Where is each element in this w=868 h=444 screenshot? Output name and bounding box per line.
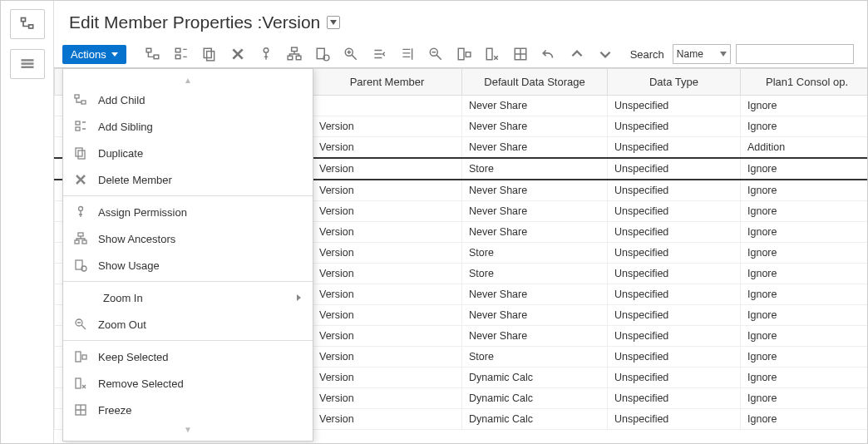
svg-rect-26 [75, 95, 79, 98]
svg-rect-40 [82, 355, 86, 359]
menu-item-delete-member[interactable]: Delete Member [63, 166, 313, 193]
page-title: Edit Member Properties :Version [69, 12, 320, 32]
datatype-cell: Unspecified [608, 96, 741, 116]
parent-member-cell: Version [313, 222, 462, 243]
menu-separator [63, 281, 313, 282]
menu-item-label: Zoom In [103, 292, 287, 304]
datatype-cell: Unspecified [608, 243, 741, 264]
title-dropdown-icon[interactable] [327, 16, 340, 29]
undo-icon[interactable] [540, 45, 558, 63]
consol-cell: Ignore [741, 222, 868, 243]
left-rail [1, 1, 54, 443]
menu-item-zoom-out[interactable]: Zoom Out [63, 311, 313, 338]
col-data-type[interactable]: Data Type [608, 69, 741, 96]
svg-rect-31 [78, 150, 85, 159]
menu-item-assign-permission[interactable]: Assign Permission [63, 199, 313, 225]
consol-cell: Addition [741, 137, 868, 159]
add-sibling-icon [73, 119, 88, 134]
parent-member-cell: Version [313, 243, 462, 264]
menu-item-duplicate[interactable]: Duplicate [63, 140, 313, 166]
menu-separator [63, 340, 313, 341]
menu-scroll-down-icon[interactable]: ▼ [63, 423, 313, 436]
svg-rect-34 [75, 240, 79, 244]
menu-item-add-sibling[interactable]: Add Sibling [63, 113, 313, 140]
storage-cell: Never Share [462, 326, 608, 347]
freeze-icon[interactable] [511, 45, 530, 63]
menu-item-label: Freeze [98, 404, 301, 417]
consol-cell: Ignore [741, 326, 868, 347]
actions-button[interactable]: Actions [62, 45, 126, 64]
storage-cell: Never Share [462, 96, 608, 116]
svg-rect-29 [76, 127, 80, 131]
duplicate-icon[interactable] [200, 45, 219, 63]
svg-marker-5 [330, 20, 337, 25]
svg-rect-2 [21, 59, 33, 62]
menu-separator [63, 195, 313, 196]
svg-rect-4 [21, 67, 33, 69]
menu-item-add-child[interactable]: Add Child [63, 86, 313, 113]
search-field-value: Name [677, 48, 703, 60]
svg-rect-28 [76, 121, 80, 125]
assign-perm-icon [73, 205, 88, 220]
keep-selected-icon[interactable] [455, 45, 473, 63]
parent-member-cell: Version [313, 347, 462, 368]
zoom-all-icon[interactable] [398, 45, 417, 63]
actions-menu: ▲ Add ChildAdd SiblingDuplicateDelete Me… [62, 68, 313, 442]
rail-tree-icon[interactable] [10, 9, 45, 39]
col-consol-op[interactable]: Plan1 Consol op. [741, 69, 868, 96]
parent-member-cell: Version [313, 201, 462, 222]
menu-scroll-up-icon[interactable]: ▲ [63, 74, 313, 86]
datatype-cell: Unspecified [608, 368, 741, 388]
menu-item-label: Zoom Out [98, 318, 301, 331]
search-field-select[interactable]: Name [673, 44, 731, 64]
storage-cell: Never Share [462, 305, 608, 326]
consol-cell: Ignore [741, 180, 868, 201]
datatype-cell: Unspecified [608, 222, 741, 243]
storage-cell: Never Share [462, 137, 608, 159]
rail-list-icon[interactable] [10, 49, 45, 79]
col-parent-member[interactable]: Parent Member [313, 69, 462, 96]
menu-item-show-usage[interactable]: Show Usage [63, 252, 313, 279]
svg-point-12 [264, 48, 269, 53]
menu-item-label: Add Sibling [98, 121, 301, 133]
page-header: Edit Member Properties :Version [54, 1, 867, 41]
zoom-in-icon[interactable] [342, 45, 360, 63]
delete-icon[interactable] [229, 45, 247, 63]
col-default-storage[interactable]: Default Data Storage [462, 69, 608, 96]
add-child-icon[interactable] [144, 45, 162, 63]
datatype-cell: Unspecified [608, 284, 741, 305]
menu-item-zoom-in[interactable]: Zoom In [63, 284, 313, 311]
storage-cell: Store [462, 347, 608, 368]
assign-perm-icon[interactable] [257, 45, 275, 63]
consol-cell: Ignore [741, 201, 868, 222]
parent-member-cell: Version [313, 180, 462, 201]
add-child-icon [73, 92, 88, 107]
menu-item-show-ancestors[interactable]: Show Ancestors [63, 225, 313, 252]
zoom-in-next-icon[interactable] [370, 45, 388, 63]
remove-selected-icon[interactable] [483, 45, 501, 63]
svg-marker-24 [720, 52, 727, 57]
usage-icon [73, 258, 88, 273]
storage-cell: Never Share [462, 284, 608, 305]
menu-item-keep-selected[interactable]: Keep Selected [63, 343, 313, 370]
zoom-out-icon[interactable] [427, 45, 445, 63]
consol-cell: Ignore [741, 284, 868, 305]
keep-selected-icon [73, 349, 88, 364]
add-sibling-icon[interactable] [172, 45, 190, 63]
menu-item-label: Duplicate [98, 147, 301, 160]
svg-rect-30 [76, 148, 82, 156]
parent-member-cell: Version [313, 368, 462, 388]
svg-point-32 [79, 207, 83, 211]
consol-cell: Ignore [741, 305, 868, 326]
freeze-icon [73, 402, 88, 417]
chevron-down-nav-icon[interactable] [596, 45, 614, 63]
chevron-up-icon[interactable] [568, 45, 586, 63]
menu-item-freeze[interactable]: Freeze [63, 397, 313, 423]
usage-icon[interactable] [313, 45, 332, 63]
menu-item-label: Show Ancestors [98, 233, 301, 245]
ancestors-icon[interactable] [285, 45, 303, 63]
search-input[interactable] [736, 44, 854, 64]
menu-item-remove-selected[interactable]: Remove Selected [63, 370, 313, 397]
consol-cell: Ignore [741, 264, 868, 284]
svg-rect-13 [291, 47, 297, 52]
